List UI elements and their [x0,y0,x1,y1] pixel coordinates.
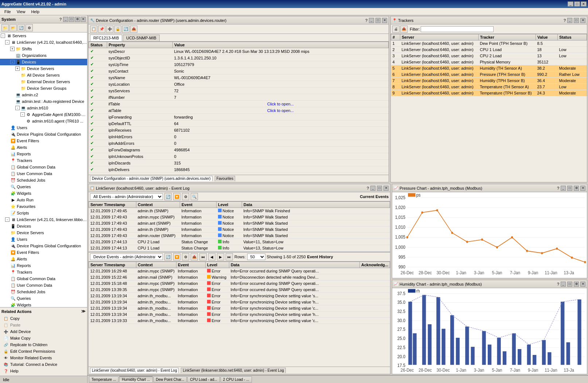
dc-export-btn[interactable]: 📤 [130,26,137,33]
tree-item-device-server-groups[interactable]: 📁 Device Server Groups [0,85,87,92]
table-row[interactable]: 12.01.2009 17:49:43 admin.th (SNMP) Info… [89,227,390,233]
table-row[interactable]: 12.01.2009 15:18:48 admin.mypc (SNMP) In… [89,281,390,287]
table-row[interactable]: ✔ sysName WL-001D609DA4E7 [89,74,389,81]
table-row[interactable]: 6 LinkServer (localhost:6460, user: admi… [391,71,587,78]
table-row[interactable]: 12.01.2009 15:22:46 admin.mail (SNMP) In… [89,274,390,281]
table-row[interactable]: ✔ atTable Click to open... [89,107,389,114]
tree-item-auto-run[interactable]: ▶ Auto Run [0,197,87,203]
hist-filter-btn[interactable]: 🔽 [173,253,180,260]
expand-aggreg-agent[interactable]: - [20,112,25,117]
table-row[interactable]: 12.01.2009 13:19:34 admin.th_modbu... In… [89,293,390,299]
expand-device-servers[interactable]: + [15,66,20,71]
tree-item-devices[interactable]: - 📱 Devices [0,59,87,65]
history-events-container[interactable]: Server Timestamp Context Event Level Dat… [89,262,390,367]
table-row[interactable]: 12.01.2009 13:19:34 admin.th_modbu... In… [89,299,390,305]
tree-item-trackers[interactable]: 📍 Trackers [0,157,87,164]
el-refresh-btn[interactable]: 🔄 [164,193,172,200]
hist-columns-btn[interactable]: ⚙ [182,253,189,260]
table-row[interactable]: 12.01.2009 17:44:13 CPU 1 Load Status Ch… [89,245,390,251]
device-config-max[interactable]: □ [375,18,381,23]
hist-export-btn[interactable]: 📤 [191,253,198,260]
tree-config-btn[interactable]: ⚙ [26,24,33,31]
panel-close-btn[interactable]: ✕ [81,17,86,22]
device-config-table-container[interactable]: Status Property Value ✔ sysDescr Linux W… [89,42,389,175]
table-row[interactable]: ✔ ipForwDatagrams 4986854 [89,147,389,153]
tree-item-device-servers2[interactable]: 📁 Device Servers [0,229,87,236]
panel-settings-btn[interactable]: ⚙ [75,17,80,22]
table-row[interactable]: ✔ sysUpTime 105127979 [89,61,389,68]
table-row[interactable]: ✔ ipInAddrErrors 0 [89,140,389,147]
table-row[interactable]: 4 LinkServer (localhost:6460, user: admi… [391,59,587,65]
dc-lock-btn[interactable]: 🔒 [114,26,121,33]
tree-item-global-data[interactable]: 📋 Global Common Data [0,164,87,170]
tree-item-device-plugins2[interactable]: 🔌 Device Plugins Global Configuration [0,243,87,249]
taskbar-humidity[interactable]: Humidity Chart ... [119,376,152,383]
table-row[interactable]: 12.01.2009 17:49:43 admin.ant (SNMP) Inf… [89,220,390,227]
tree-item-linkserver2[interactable]: - 🖥 LinkServer (v4.21.01, linkserver.tib… [0,216,87,223]
footer-tab-favourites[interactable]: Favourites [215,176,235,181]
hist-refresh-btn[interactable]: 🔄 [164,253,172,260]
menu-view[interactable]: View [14,9,28,15]
tree-item-users[interactable]: 👤 Users [0,124,87,131]
trackers-help[interactable]: ? [564,18,566,23]
table-row[interactable]: 1 LinkServer (localhost:6460, user: admi… [391,40,587,47]
tree-item-user-data2[interactable]: 📋 User Common Data [0,282,87,289]
pressure-close[interactable]: ✕ [580,186,585,191]
humidity-settings[interactable]: ⚙ [574,282,579,287]
taskbar-cpu-load2[interactable]: 2 CPU Load - ... [221,376,252,383]
table-row[interactable]: ✔ ipDefaultTTL 64 [89,120,389,127]
hist-prev-prev-btn[interactable]: ⏮ [199,253,207,260]
value-cell[interactable]: Click to open... [173,101,389,107]
table-row[interactable]: 12.01.2009 16:29:48 admin.mypc (SNMP) In… [89,268,390,274]
dc-refresh-btn[interactable]: 🔄 [122,26,129,33]
table-row[interactable]: ✔ ifNumber 7 [89,94,389,101]
event-log-min[interactable]: _ [370,186,375,191]
dc-paste-btn[interactable]: 📌 [98,26,105,33]
dc-copy-btn[interactable]: 📋 [90,26,97,33]
el-search-btn[interactable]: 🔍 [191,193,198,200]
tree-item-event-filters[interactable]: 🔽 Event Filters [0,138,87,144]
humidity-close[interactable]: ✕ [580,282,585,287]
table-row[interactable]: 7 LinkServer (localhost:6460, user: admi… [391,78,587,84]
table-row[interactable]: 12.01.2009 17:49:43 admin.mypc (SNMP) In… [89,214,390,220]
el-columns-btn[interactable]: ⚙ [182,193,189,200]
table-row[interactable]: 8 LinkServer (localhost:6460, user: admi… [391,84,587,90]
minimize-btn[interactable]: _ [568,1,573,7]
tab-ucd-snmp[interactable]: UCD-SNMP-MIB [123,35,160,41]
tree-item-admin-c2[interactable]: 💻 admin.c2 [0,92,87,98]
tree-item-device-plugins[interactable]: 🔌 Device Plugins Global Configuration [0,131,87,138]
tree-item-device-servers[interactable]: + 📁 Device Servers [0,65,87,72]
tree-item-event-filters2[interactable]: 🔽 Event Filters [0,249,87,256]
table-row[interactable]: ✔ sysLocation Office [89,81,389,88]
hist-next-next-btn[interactable]: ⏭ [226,253,233,260]
taskbar-dew-point[interactable]: Dew Point Char... [153,376,187,383]
action-help[interactable]: ❓ Help [1,368,86,374]
tree-item-alerts2[interactable]: 🔔 Alerts [0,256,87,262]
pressure-help[interactable]: ? [557,186,559,190]
humidity-help[interactable]: ? [557,282,559,286]
tree-item-favourites[interactable]: ⭐ Favourites [0,203,87,210]
tree-item-trackers2[interactable]: 📍 Trackers [0,269,87,275]
tree-item-scheduled-jobs[interactable]: ⏰ Scheduled Jobs [0,177,87,183]
hist-prev-btn[interactable]: ◀ [208,253,215,260]
expand-servers[interactable]: - [1,34,5,38]
value-cell[interactable]: Click to open... [173,107,389,114]
tree-item-global-data2[interactable]: 📋 Global Common Data [0,275,87,282]
tree-item-widgets2[interactable]: 🧩 Widgets [0,302,87,307]
tree-item-scheduled-jobs2[interactable]: ⏰ Scheduled Jobs [0,289,87,295]
maximize-btn[interactable]: □ [574,1,580,7]
tree-item-organizations[interactable]: 🏢 Organizations [0,52,87,59]
table-row[interactable]: 12.01.2009 17:49:43 admin.router (SNMP) … [89,233,390,239]
menu-file[interactable]: File [1,9,14,15]
table-row[interactable]: 9 LinkServer (localhost:6460, user: admi… [391,90,587,96]
table-row[interactable]: 12.01.2009 13:19:34 admin.th_modbu... In… [89,305,390,312]
table-row[interactable]: ✔ ipInDiscards 315 [89,160,389,166]
table-row[interactable]: 12.01.2009 13:39:35 admin.mypc (SNMP) In… [89,287,390,293]
table-row[interactable]: 12.01.2009 17:44:13 CPU 2 Load Status Ch… [89,239,390,245]
tree-item-queries2[interactable]: 🔍 Queries [0,295,87,302]
table-row[interactable]: ✔ ipInDelivers 1866845 [89,166,389,173]
trackers-export-btn[interactable]: 📤 [400,26,408,33]
trackers-table-container[interactable]: # Server Tracker Value Status 1 LinkServ… [391,34,587,182]
close-btn[interactable]: ✕ [581,1,587,7]
table-row[interactable]: ✔ sysServices 72 [89,88,389,94]
